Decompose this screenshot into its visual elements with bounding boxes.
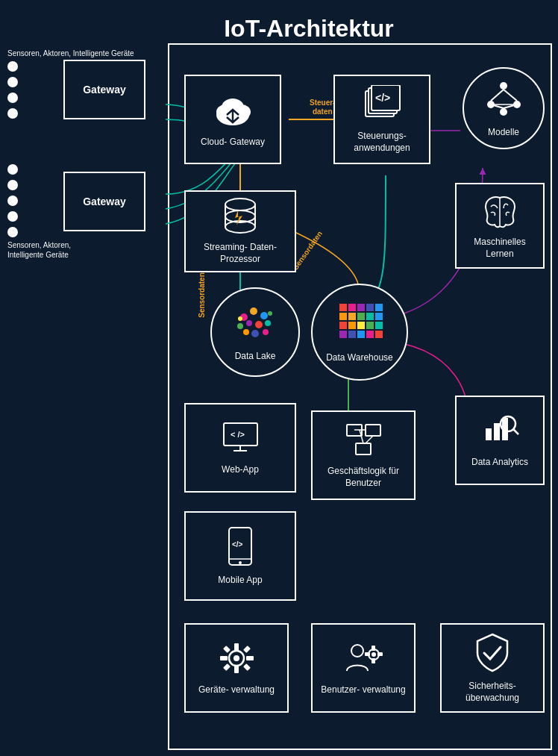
gateway-top: Gateway — [63, 60, 145, 119]
sicherheitsueberwachung-label: Sicherheits- überwachung — [448, 681, 537, 704]
svg-rect-88 — [223, 646, 231, 653]
sensor-dot — [7, 77, 18, 87]
svg-point-36 — [265, 320, 271, 326]
svg-point-38 — [251, 330, 259, 337]
svg-point-34 — [246, 320, 252, 326]
svg-rect-96 — [372, 658, 375, 663]
svg-rect-58 — [348, 331, 356, 338]
sensor-dot — [7, 93, 18, 103]
analytics-icon — [480, 412, 521, 452]
svg-point-22 — [225, 199, 255, 210]
svg-line-18 — [504, 90, 517, 101]
svg-point-37 — [243, 329, 249, 335]
steuerdaten-label: Steuer-daten — [310, 99, 335, 116]
cloud-gateway-node: Cloud- Gateway — [184, 75, 281, 164]
geschaeftslogik-node: Geschäftslogik für Benutzer — [311, 410, 416, 500]
streaming-node: Streaming- Daten-Prozessor — [184, 190, 296, 272]
svg-point-39 — [263, 329, 269, 335]
geraete-icon — [216, 640, 257, 680]
svg-rect-87 — [246, 656, 254, 660]
benutzer-icon — [341, 640, 386, 680]
svg-text:</>: </> — [232, 540, 243, 549]
svg-rect-67 — [486, 428, 492, 440]
svg-text:< />: < /> — [231, 430, 245, 439]
svg-rect-53 — [348, 322, 356, 329]
benutzerverwaltung-node: Benutzer- verwaltung — [311, 623, 416, 713]
sensordaten-label2: Sensordaten — [198, 272, 206, 318]
main-area: Steuer-daten Sensordaten Sensordaten — [168, 43, 552, 750]
warehouse-icon — [336, 300, 384, 348]
svg-text:</>: </> — [375, 92, 390, 104]
mobile-app-label: Mobile App — [218, 575, 262, 587]
svg-rect-74 — [356, 443, 371, 454]
svg-rect-50 — [366, 313, 374, 320]
code-icon: </> — [362, 85, 403, 126]
sensor-dot — [7, 180, 18, 190]
top-sensor-label: Sensoren, Aktoren, Intelligente Geräte — [7, 49, 134, 58]
svg-rect-45 — [366, 304, 374, 311]
sensor-dot — [7, 164, 18, 175]
svg-rect-68 — [494, 423, 500, 440]
svg-rect-48 — [348, 313, 356, 320]
svg-point-81 — [239, 561, 242, 564]
svg-line-77 — [366, 436, 373, 443]
svg-line-71 — [513, 429, 518, 434]
data-warehouse-label: Data Warehouse — [326, 352, 393, 364]
data-analytics-node: Data Analytics — [455, 396, 545, 485]
gateway-bottom: Gateway — [63, 172, 145, 231]
svg-rect-91 — [243, 663, 251, 671]
data-lake-node: Data Lake — [210, 287, 300, 377]
modelle-label: Modelle — [488, 127, 519, 139]
svg-rect-56 — [375, 322, 383, 329]
mobile-icon: </> — [225, 526, 255, 570]
bottom-sensor-label: Sensoren, Aktoren,Intelligente Geräte — [7, 240, 71, 260]
svg-rect-95 — [372, 646, 375, 651]
geschaeftslogik-label: Geschäftslogik für Benutzer — [319, 466, 408, 489]
svg-rect-85 — [234, 666, 239, 673]
svg-rect-57 — [339, 331, 347, 338]
svg-point-16 — [500, 108, 507, 116]
svg-rect-47 — [339, 313, 347, 320]
svg-rect-42 — [339, 304, 347, 311]
svg-rect-43 — [348, 304, 356, 311]
bottom-sensor-group: Sensoren, Aktoren,Intelligente Geräte — [7, 164, 71, 260]
maschinelles-label: Maschinelles Lernen — [463, 237, 537, 260]
svg-point-83 — [233, 655, 239, 661]
svg-rect-84 — [234, 643, 239, 651]
maschinelles-node: Maschinelles Lernen — [455, 183, 545, 269]
geschaeft-icon — [343, 421, 384, 461]
svg-point-41 — [268, 311, 272, 316]
page-title: IoT-Architektur — [75, 15, 543, 43]
sensor-dot — [7, 227, 18, 237]
modelle-node: Modelle — [463, 67, 545, 149]
svg-rect-55 — [366, 322, 374, 329]
sensor-dot — [7, 108, 18, 119]
svg-rect-61 — [375, 331, 383, 338]
mobile-app-node: </> Mobile App — [184, 511, 296, 601]
svg-rect-59 — [357, 331, 365, 338]
sicherheitsueberwachung-node: Sicherheits- überwachung — [440, 623, 545, 713]
svg-point-31 — [250, 307, 257, 315]
svg-rect-54 — [357, 322, 365, 329]
cloud-gateway-label: Cloud- Gateway — [201, 137, 265, 149]
data-analytics-label: Data Analytics — [471, 457, 528, 469]
svg-rect-49 — [357, 313, 365, 320]
geraeteverwaltung-node: Geräte- verwaltung — [184, 623, 289, 713]
svg-point-40 — [238, 316, 242, 321]
svg-rect-60 — [366, 331, 374, 338]
svg-rect-51 — [375, 313, 383, 320]
streaming-label: Streaming- Daten-Prozessor — [192, 242, 289, 265]
svg-rect-89 — [243, 646, 251, 653]
sensor-dot — [7, 196, 18, 206]
database-icon — [220, 197, 261, 237]
svg-rect-73 — [366, 425, 380, 436]
svg-point-13 — [500, 82, 507, 90]
svg-rect-46 — [375, 304, 383, 311]
sensor-dot — [7, 211, 18, 222]
modelle-icon — [483, 78, 524, 122]
svg-point-94 — [372, 652, 376, 657]
svg-rect-90 — [223, 663, 231, 671]
svg-point-32 — [260, 312, 268, 319]
svg-point-33 — [237, 323, 243, 329]
benutzerverwaltung-label: Benutzer- verwaltung — [321, 684, 405, 696]
